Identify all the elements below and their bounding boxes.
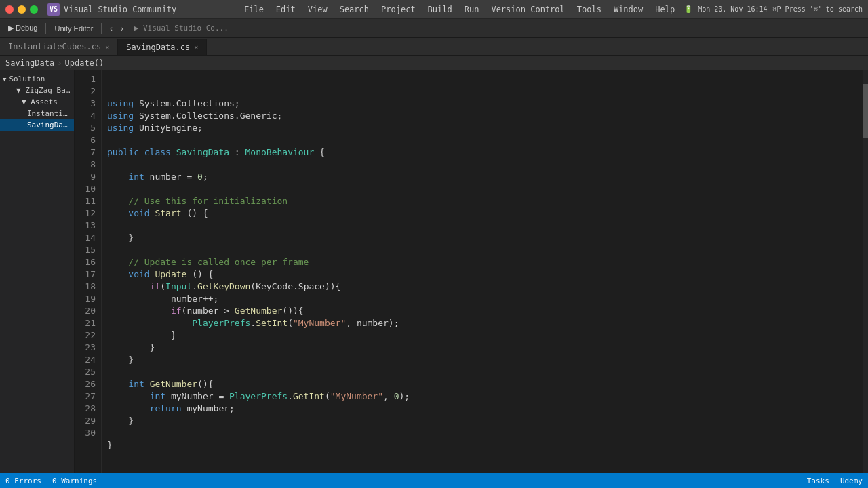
menu-project[interactable]: Project	[376, 3, 421, 16]
token: GetKeyDown	[197, 281, 250, 291]
line-number-22: 22	[75, 329, 96, 342]
menu-file[interactable]: File	[239, 3, 269, 16]
token: void	[128, 208, 149, 218]
line-number-29: 29	[75, 415, 96, 427]
code-area[interactable]: using System.Collections;using System.Co…	[102, 70, 863, 473]
token: myNumber =	[165, 391, 229, 401]
menu-version-control[interactable]: Version Control	[486, 3, 570, 16]
code-line-26: return myNumber;	[107, 403, 857, 415]
tab-bar: InstantiateCubes.cs ✕ SavingData.cs ✕	[0, 38, 868, 56]
menu-search[interactable]: Search	[334, 3, 374, 16]
code-line-3: using UnityEngine;	[107, 122, 857, 134]
code-line-1: using System.Collections;	[107, 98, 857, 110]
status-udemy[interactable]: Udemy	[840, 476, 863, 485]
token: {	[314, 147, 325, 157]
menu-build[interactable]: Build	[422, 3, 458, 16]
token: }	[107, 330, 176, 340]
token: int	[128, 171, 144, 182]
code-line-12: }	[107, 232, 857, 244]
token	[107, 403, 150, 413]
nav-back[interactable]: ‹	[107, 23, 115, 34]
menu-bar: File Edit View Search Project Build Run …	[239, 3, 680, 16]
code-line-6	[107, 159, 857, 171]
menu-window[interactable]: Window	[608, 3, 648, 16]
token: // Update is called once per frame	[128, 257, 309, 267]
sidebar-solution-header[interactable]: ▼ Solution	[0, 73, 74, 85]
arrow-zigzag: ▼	[16, 86, 25, 95]
window-controls	[5, 5, 38, 14]
menu-tools[interactable]: Tools	[572, 3, 607, 16]
solution-label: Solution	[9, 75, 45, 83]
token: Input	[165, 281, 192, 291]
menu-edit[interactable]: Edit	[271, 3, 301, 16]
token: ()){	[282, 306, 303, 316]
menu-help[interactable]: Help	[650, 3, 680, 16]
line-number-9: 9	[75, 171, 96, 183]
titlebar: VS Visual Studio Community File Edit Vie…	[0, 0, 868, 19]
sidebar-item-instantiate[interactable]: InstantiateCu...	[0, 108, 74, 119]
line-number-16: 16	[75, 256, 96, 268]
datetime: Mon 20. Nov 16:14	[698, 5, 767, 13]
token: }	[107, 354, 134, 365]
unity-editor-btn[interactable]: Unity Editor	[52, 23, 96, 34]
status-bar: 0 Errors 0 Warnings Tasks Udemy	[0, 473, 868, 488]
sidebar-item-savingdata[interactable]: SavingData.c...	[0, 119, 74, 131]
scroll-indicator	[863, 84, 868, 138]
nav-forward[interactable]: ›	[118, 23, 126, 34]
line-number-19: 19	[75, 293, 96, 305]
code-line-10: void Start () {	[107, 207, 857, 220]
solution-arrow: ▼	[3, 76, 6, 83]
status-errors[interactable]: 0 Errors	[5, 476, 41, 485]
sidebar-item-zigzag[interactable]: ▼ ZigZag Basics	[0, 85, 74, 96]
token: GetNumber	[235, 306, 282, 316]
minimize-button[interactable]	[18, 5, 26, 14]
token	[107, 306, 171, 316]
token: (KeyCode.Space)){	[250, 281, 340, 291]
tab-savingdata[interactable]: SavingData.cs ✕	[118, 39, 207, 55]
code-line-22: }	[107, 354, 857, 366]
minimap	[863, 70, 868, 473]
token: }	[107, 415, 134, 426]
maximize-button[interactable]	[30, 5, 38, 14]
breadcrumb-savingdata[interactable]: SavingData	[5, 58, 54, 68]
token: int	[128, 379, 144, 389]
token: ,	[383, 391, 394, 401]
line-number-14: 14	[75, 232, 96, 244]
token	[107, 391, 150, 401]
menu-run[interactable]: Run	[459, 3, 485, 16]
menu-view[interactable]: View	[302, 3, 333, 16]
token: "MyNumber"	[293, 318, 346, 328]
token: number++;	[107, 293, 218, 304]
token: 0	[197, 171, 203, 182]
breadcrumb-update[interactable]: Update()	[64, 58, 104, 68]
line-number-27: 27	[75, 390, 96, 403]
token	[107, 208, 128, 218]
search-shortcut[interactable]: ⌘P Press '⌘' to search	[773, 5, 863, 13]
code-line-11	[107, 220, 857, 232]
line-number-13: 13	[75, 220, 96, 232]
token: using	[107, 123, 134, 133]
token: 0	[394, 391, 399, 401]
titlebar-right: 🔋 Mon 20. Nov 16:14 ⌘P Press '⌘' to sear…	[684, 5, 863, 13]
code-line-19: PlayerPrefs.SetInt("MyNumber", number);	[107, 317, 857, 329]
code-line-25: int myNumber = PlayerPrefs.GetInt("MyNum…	[107, 390, 857, 403]
code-line-30	[107, 451, 857, 464]
tab-close-savingdata[interactable]: ✕	[194, 43, 198, 51]
close-button[interactable]	[5, 5, 14, 14]
token: myNumber;	[182, 403, 235, 413]
code-line-9: // Use this for initialization	[107, 195, 857, 207]
vs-logo: VS	[47, 3, 60, 16]
token: if	[150, 281, 161, 291]
status-warnings[interactable]: 0 Warnings	[52, 476, 97, 485]
tab-instantiate[interactable]: InstantiateCubes.cs ✕	[0, 39, 118, 55]
token: int	[150, 391, 165, 401]
tab-close-instantiate[interactable]: ✕	[105, 43, 109, 51]
battery-icon: 🔋	[684, 5, 692, 13]
run-config-debug[interactable]: ▶ Debug	[5, 22, 40, 34]
sidebar-item-assets[interactable]: ▼ Assets	[0, 96, 74, 108]
line-number-2: 2	[75, 85, 96, 98]
token: (	[288, 318, 293, 328]
token: using	[107, 98, 134, 108]
status-tasks[interactable]: Tasks	[807, 476, 829, 485]
code-line-17: number++;	[107, 293, 857, 305]
